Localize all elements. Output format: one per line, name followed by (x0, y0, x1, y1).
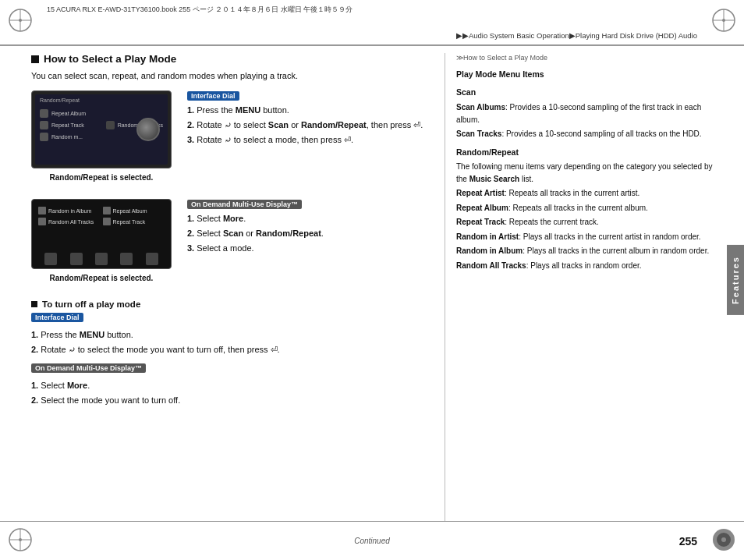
repeat-album-text: Repeat Album: Repeats all tracks in the … (456, 202, 713, 214)
to-step-2: 2. Rotate ⤾ to select the mode you want … (31, 343, 429, 356)
random-artist-text: Random in Artist: Plays all tracks in th… (456, 231, 713, 243)
to-od-step-1: 1. Select More. (31, 379, 429, 392)
screen-label: Random/Repeat (40, 97, 80, 103)
images-column-2: Random in Album Repeat Album Random All … (31, 199, 179, 289)
to-od-step-2: 2. Select the mode you want to turn off. (31, 394, 429, 407)
s2-text-3: Random All Tracks (48, 219, 101, 225)
s2-text-2: Repeat Album (113, 208, 165, 214)
screen2-rows: Random in Album Repeat Album Random All … (38, 206, 165, 228)
right-panel-title: Play Mode Menu Items (456, 69, 713, 81)
section-icon (31, 55, 39, 63)
s2-bottom-icon-3 (95, 253, 108, 265)
s2-bottom-icon-1 (44, 253, 57, 265)
repeat-album-label: Repeat Album (456, 204, 508, 212)
turn-off-steps-ondemand: 1. Select More. 2. Select the mode you w… (31, 379, 429, 407)
od-step-3: 3. Select a mode. (187, 242, 429, 255)
random-all-label: Random All Tracks (456, 261, 526, 270)
intro-text: You can select scan, repeat, and random … (31, 69, 429, 83)
section-heading: How to Select a Play Mode (31, 53, 429, 65)
on-demand-badge-1: On Demand Multi-Use Display™ (187, 200, 302, 209)
procedure-area-2: Random in Album Repeat Album Random All … (31, 199, 429, 289)
random-all-text: Random All Tracks: Plays all tracks in r… (456, 260, 713, 272)
random-album-text: Random in Album: Plays all tracks in the… (456, 245, 713, 257)
steps-column-2: On Demand Multi-Use Display™ 1. Select M… (187, 199, 429, 289)
s2-icon-1 (38, 207, 46, 214)
s2-icon-4 (103, 218, 111, 225)
interface-dial-badge-2: Interface Dial (31, 313, 83, 322)
screen2-bottom-icons (38, 253, 165, 265)
knob (136, 118, 160, 141)
screen2-row-2: Random All Tracks Repeat Track (38, 217, 165, 227)
breadcrumb-right: ▶▶Audio System Basic Operation▶Playing H… (456, 31, 697, 40)
scan-albums-text: Scan Albums: Provides a 10-second sampli… (456, 101, 713, 126)
turn-off-icon (31, 301, 37, 307)
page-number: 255 (679, 535, 697, 548)
random-repeat-title: Random/Repeat (456, 147, 713, 159)
screen-image-1: Random/Repeat Repeat Album Repeat Track … (31, 90, 172, 168)
od-step-1: 1. Select More. (187, 212, 429, 225)
screen-inner-1: Random/Repeat Repeat Album Repeat Track … (35, 94, 168, 165)
header-rule (0, 45, 744, 46)
s2-text-4: Repeat Track (113, 219, 165, 225)
bottom-bar: Continued 255 (0, 521, 744, 560)
s2-icon-3 (38, 218, 46, 225)
step-3: 3. Rotate ⤾ to select a mode, then press… (187, 133, 429, 147)
od-step-2: 2. Select Scan or Random/Repeat. (187, 227, 429, 240)
s2-text-1: Random in Album (48, 208, 101, 214)
s2-icon-2 (103, 207, 111, 214)
section-title: How to Select a Play Mode (44, 53, 176, 65)
step-1: 1. Press the MENU button. (187, 104, 429, 117)
turn-off-title: To turn off a play mode (42, 299, 140, 309)
turn-off-steps-dial: 1. Press the MENU button. 2. Rotate ⤾ to… (31, 328, 429, 356)
page-info: 15 ACURA RLX E-AWD-31TY36100.book 255 ペー… (47, 5, 353, 15)
repeat-track-label: Repeat Track (456, 218, 505, 226)
right-column: ≫How to Select a Play Mode Play Mode Men… (445, 53, 713, 521)
procedure-area-1: Random/Repeat Repeat Album Repeat Track … (31, 90, 429, 188)
scan-tracks-desc: : Provides a 10-second sampling of all t… (501, 129, 701, 138)
interface-dial-badge-1: Interface Dial (187, 91, 239, 101)
images-column: Random/Repeat Repeat Album Repeat Track … (31, 90, 179, 188)
steps-column-1: Interface Dial 1. Press the MENU button.… (187, 90, 429, 188)
s2-bottom-icon-5 (146, 253, 158, 265)
top-bar: 15 ACURA RLX E-AWD-31TY36100.book 255 ペー… (0, 0, 744, 45)
repeat-artist-label: Repeat Artist (456, 189, 505, 197)
main-content: How to Select a Play Mode You can select… (31, 53, 713, 521)
caption-2: Random/Repeat is selected. (31, 274, 172, 282)
random-artist-label: Random in Artist (456, 232, 519, 241)
on-demand-badge-2: On Demand Multi-Use Display™ (31, 363, 146, 373)
repeat-artist-text: Repeat Artist: Repeats all tracks in the… (456, 187, 713, 200)
scan-title: Scan (456, 87, 713, 99)
caption-1: Random/Repeat is selected. (31, 173, 172, 182)
screen2-row-1: Random in Album Repeat Album (38, 206, 165, 216)
random-album-label: Random in Album (456, 246, 523, 255)
random-repeat-desc: The following menu items vary depending … (456, 161, 713, 185)
features-tab: Features (727, 245, 744, 315)
s2-bottom-icon-4 (120, 253, 133, 265)
steps-list-dial: 1. Press the MENU button. 2. Rotate ⤾ to… (187, 104, 429, 147)
turn-off-section: To turn off a play mode Interface Dial 1… (31, 299, 429, 407)
left-column: How to Select a Play Mode You can select… (31, 53, 445, 521)
s2-bottom-icon-2 (70, 253, 83, 265)
repeat-track-text: Repeat Track: Repeats the current track. (456, 216, 713, 229)
turn-off-heading: To turn off a play mode (31, 299, 429, 309)
scan-tracks-text: Scan Tracks: Provides a 10-second sampli… (456, 128, 713, 140)
scan-tracks-label: Scan Tracks (456, 129, 501, 138)
steps-list-ondemand: 1. Select More. 2. Select Scan or Random… (187, 212, 429, 255)
continued-text: Continued (354, 537, 390, 545)
right-breadcrumb: ≫How to Select a Play Mode (456, 53, 713, 64)
step-2: 2. Rotate ⤾ to select Scan or Random/Rep… (187, 119, 429, 132)
screen-image-2: Random in Album Repeat Album Random All … (31, 199, 172, 269)
scan-albums-label: Scan Albums (456, 103, 505, 112)
to-step-1: 1. Press the MENU button. (31, 328, 429, 342)
music-search-bold: Music Search (469, 175, 519, 183)
